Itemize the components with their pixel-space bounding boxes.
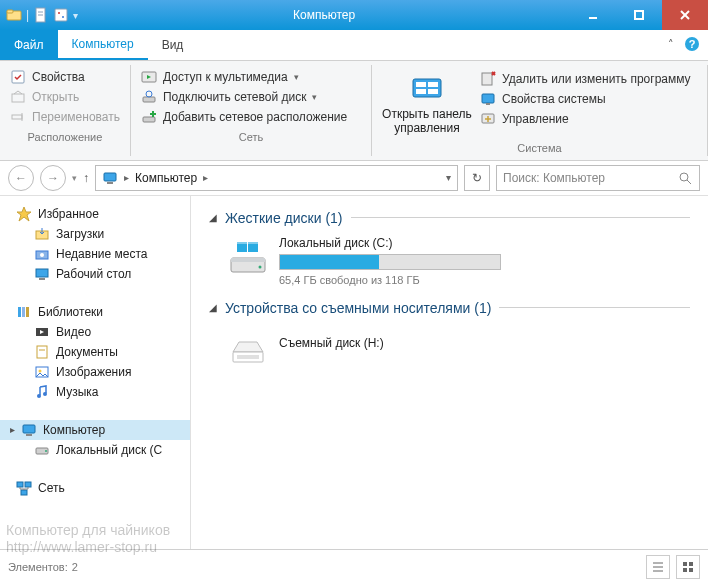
svg-marker-40: [17, 207, 31, 221]
back-button[interactable]: ←: [8, 165, 34, 191]
tab-computer[interactable]: Компьютер: [58, 30, 148, 60]
ribbon: Свойства Открыть Переименовать Расположе…: [0, 61, 708, 161]
tree-downloads[interactable]: Загрузки: [0, 224, 190, 244]
tree-label: Библиотеки: [38, 305, 103, 319]
tree-recent[interactable]: Недавние места: [0, 244, 190, 264]
help-icon[interactable]: ?: [684, 36, 700, 52]
svg-rect-51: [37, 346, 47, 358]
map-drive-button[interactable]: Подключить сетевой диск ▾: [141, 89, 361, 105]
system-props-button[interactable]: Свойства системы: [480, 91, 691, 107]
drive-item-c[interactable]: Локальный диск (C:) 65,4 ГБ свободно из …: [227, 236, 690, 286]
manage-button[interactable]: Управление: [480, 111, 691, 127]
tree-computer[interactable]: ▸ Компьютер: [0, 420, 190, 440]
removable-drive-icon: [227, 326, 269, 368]
tree-music[interactable]: Музыка: [0, 382, 190, 402]
tree-label: Сеть: [38, 481, 65, 495]
tree-desktop[interactable]: Рабочий стол: [0, 264, 190, 284]
address-bar-row: ← → ▾ ↑ ▸ Компьютер ▸ ▾ ↻ Поиск: Компьют…: [0, 161, 708, 196]
recent-locations-chevron[interactable]: ▾: [72, 173, 77, 183]
map-label: Подключить сетевой диск: [163, 90, 306, 104]
drive-item-h[interactable]: Съемный диск (H:): [227, 326, 690, 368]
refresh-button[interactable]: ↻: [464, 165, 490, 191]
collapse-icon[interactable]: ◢: [209, 302, 217, 313]
tree-pictures[interactable]: Изображения: [0, 362, 190, 382]
section-hard-drives[interactable]: ◢ Жесткие диски (1): [209, 210, 690, 226]
tree-label: Локальный диск (C: [56, 443, 162, 457]
svg-rect-47: [22, 307, 25, 317]
svg-point-21: [146, 91, 152, 97]
tree-favorites[interactable]: Избранное: [0, 204, 190, 224]
svg-rect-57: [23, 425, 35, 433]
svg-rect-34: [486, 103, 490, 105]
uninstall-button[interactable]: Удалить или изменить программу: [480, 71, 691, 87]
tab-file[interactable]: Файл: [0, 30, 58, 60]
svg-rect-28: [416, 89, 426, 94]
add-location-button[interactable]: Добавить сетевое расположение: [141, 109, 361, 125]
collapse-icon[interactable]: ▸: [10, 424, 15, 435]
open-control-panel-button[interactable]: Открыть панель управления: [382, 73, 472, 136]
svg-rect-48: [26, 307, 29, 317]
tab-view[interactable]: Вид: [148, 30, 198, 60]
svg-rect-15: [12, 94, 24, 102]
search-placeholder: Поиск: Компьютер: [503, 171, 677, 185]
svg-rect-77: [683, 568, 687, 572]
chevron-right-icon[interactable]: ▸: [203, 172, 208, 183]
collapse-icon[interactable]: ◢: [209, 212, 217, 223]
chevron-right-icon[interactable]: ▸: [124, 172, 129, 183]
drive-name: Съемный диск (H:): [279, 336, 384, 350]
recent-icon: [34, 246, 50, 262]
details-view-button[interactable]: [646, 555, 670, 579]
navigation-pane[interactable]: Избранное Загрузки Недавние места Рабочи…: [0, 196, 191, 549]
tree-libraries[interactable]: Библиотеки: [0, 302, 190, 322]
network-icon: [16, 480, 32, 496]
svg-point-56: [43, 392, 47, 396]
breadcrumb-item[interactable]: Компьютер: [135, 171, 197, 185]
minimize-button[interactable]: [570, 0, 616, 30]
svg-line-39: [687, 180, 691, 184]
close-button[interactable]: [662, 0, 708, 30]
group-system: Открыть панель управления Удалить или из…: [372, 65, 708, 156]
drive-freespace: 65,4 ГБ свободно из 118 ГБ: [279, 274, 501, 286]
sysprops-label: Свойства системы: [502, 92, 606, 106]
svg-rect-75: [683, 562, 687, 566]
properties-icon: [10, 69, 26, 85]
collapse-ribbon-icon[interactable]: ˄: [668, 38, 674, 51]
section-removable[interactable]: ◢ Устройства со съемными носителями (1): [209, 300, 690, 316]
rename-icon: [10, 109, 26, 125]
svg-rect-20: [143, 97, 155, 102]
tree-documents[interactable]: Документы: [0, 342, 190, 362]
maximize-button[interactable]: [616, 0, 662, 30]
status-items-count: 2: [72, 561, 78, 573]
tree-network[interactable]: Сеть: [0, 478, 190, 498]
large-icons-view-button[interactable]: [676, 555, 700, 579]
svg-rect-63: [21, 490, 27, 495]
document-icon[interactable]: [33, 7, 49, 23]
group-label-system: Система: [382, 142, 697, 154]
open-button[interactable]: Открыть: [10, 89, 120, 105]
computer-icon: [102, 170, 118, 186]
svg-rect-26: [416, 82, 426, 87]
desktop-icon: [34, 266, 50, 282]
address-dropdown-icon[interactable]: ▾: [446, 172, 451, 183]
svg-point-66: [259, 265, 262, 268]
folder-icon[interactable]: [6, 7, 22, 23]
forward-button[interactable]: →: [40, 165, 66, 191]
group-network: Доступ к мультимедиа ▾ Подключить сетево…: [131, 65, 372, 156]
tree-local-c[interactable]: Локальный диск (C: [0, 440, 190, 460]
up-button[interactable]: ↑: [83, 171, 89, 185]
properties-button[interactable]: Свойства: [10, 69, 120, 85]
group-label-location: Расположение: [10, 131, 120, 143]
items-view[interactable]: ◢ Жесткие диски (1) Локальный диск (C:) …: [191, 196, 708, 549]
search-input[interactable]: Поиск: Компьютер: [496, 165, 700, 191]
quick-access-toolbar: | ▾: [0, 7, 78, 23]
title-bar[interactable]: | ▾ Компьютер: [0, 0, 708, 30]
rename-label: Переименовать: [32, 110, 120, 124]
tree-video[interactable]: Видео: [0, 322, 190, 342]
address-bar[interactable]: ▸ Компьютер ▸ ▾: [95, 165, 458, 191]
media-access-button[interactable]: Доступ к мультимедиа ▾: [141, 69, 361, 85]
tree-label: Видео: [56, 325, 91, 339]
svg-point-60: [45, 450, 47, 452]
properties-icon[interactable]: [53, 7, 69, 23]
rename-button[interactable]: Переименовать: [10, 109, 120, 125]
svg-rect-36: [104, 173, 116, 181]
